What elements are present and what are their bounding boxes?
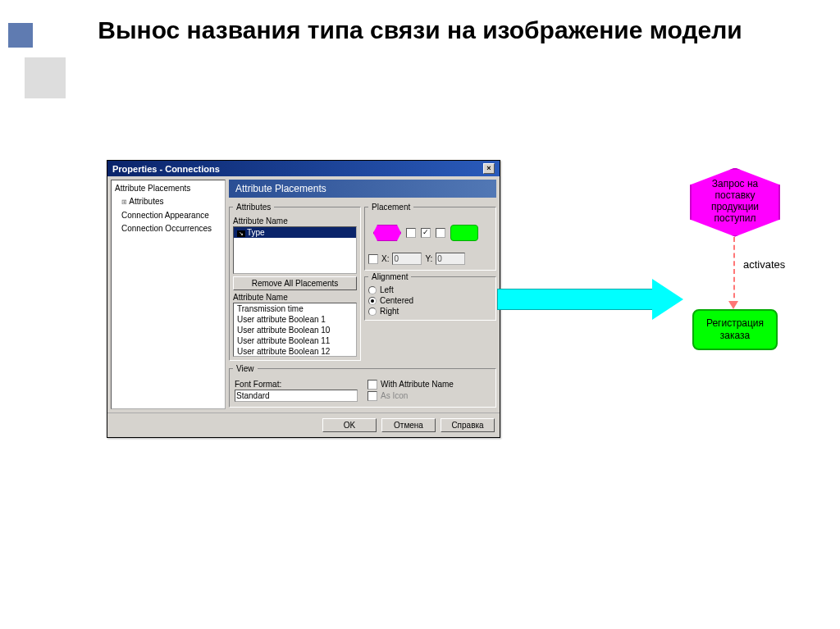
list-item[interactable]: Transmission time: [234, 303, 356, 314]
hexagon-icon[interactable]: [373, 225, 401, 241]
selected-attr-list[interactable]: ↘Type: [233, 226, 357, 274]
x-label: X:: [381, 254, 389, 263]
slide-deco-square-blue: [8, 23, 33, 48]
font-label: Font Format:: [235, 380, 358, 389]
y-input[interactable]: [436, 253, 465, 265]
view-group: View Font Format: Standard With Attribut…: [229, 364, 496, 408]
list-item: ↘Type: [234, 227, 356, 238]
placement-group: Placement X:: [364, 203, 496, 271]
tree-item-attributes[interactable]: Attributes: [113, 195, 223, 209]
placement-checkbox-2[interactable]: [421, 228, 431, 238]
list-item[interactable]: User attribute Boolean 1: [234, 314, 356, 325]
y-label: Y:: [425, 254, 432, 263]
list-item[interactable]: User attribute Boolean 11: [234, 335, 356, 346]
placement-checkbox-3[interactable]: [436, 228, 445, 238]
close-icon[interactable]: ×: [483, 163, 495, 174]
tree-item-placements[interactable]: Attribute Placements: [113, 182, 223, 195]
x-input[interactable]: [392, 253, 422, 265]
coord-checkbox[interactable]: [368, 254, 378, 264]
font-combo[interactable]: Standard: [235, 390, 358, 402]
remove-placements-button[interactable]: Remove All Placements: [233, 276, 357, 290]
panel-title: Attribute Placements: [229, 180, 496, 198]
attr-name-label: Attribute Name: [233, 217, 357, 226]
slide-deco-square-gray: [25, 57, 66, 98]
tree-item-occurrences[interactable]: Connection Occurrences: [113, 222, 223, 235]
help-button[interactable]: Справка: [441, 418, 495, 432]
list-item[interactable]: User attribute Boolean 12: [234, 346, 356, 357]
properties-dialog: Properties - Connections × Attribute Pla…: [107, 160, 500, 438]
available-attr-list[interactable]: Transmission time User attribute Boolean…: [233, 303, 357, 357]
attr-name-label2: Attribute Name: [233, 293, 357, 302]
align-center-radio[interactable]: [368, 297, 377, 305]
function-box: Регистрация заказа: [692, 309, 778, 350]
list-item[interactable]: User attribute Boolean 10: [234, 325, 356, 335]
tree-item-appearance[interactable]: Connection Appearance: [113, 209, 223, 222]
connection-label: activates: [743, 258, 785, 271]
model-diagram: Запрос на поставку продукции поступил ac…: [686, 168, 784, 381]
slide-title: Вынос названия типа связи на изображение…: [0, 0, 840, 52]
view-legend: View: [233, 364, 258, 373]
align-left-radio[interactable]: [368, 286, 377, 294]
attributes-legend: Attributes: [233, 203, 274, 212]
dialog-titlebar[interactable]: Properties - Connections ×: [107, 161, 500, 176]
ok-button[interactable]: OK: [322, 418, 377, 432]
alignment-legend: Alignment: [368, 272, 411, 281]
nav-tree[interactable]: Attribute Placements Attributes Connecti…: [111, 180, 226, 409]
placement-legend: Placement: [368, 203, 413, 212]
cancel-button[interactable]: Отмена: [381, 418, 436, 432]
align-right-radio[interactable]: [368, 308, 377, 316]
big-arrow: [497, 279, 686, 320]
roundrect-icon[interactable]: [450, 225, 478, 241]
dialog-title: Properties - Connections: [112, 164, 220, 174]
connection-line: [733, 237, 735, 306]
with-attr-checkbox[interactable]: [368, 380, 377, 390]
alignment-group: Alignment Left Centered Right: [364, 272, 496, 321]
arrowhead-icon: [728, 301, 738, 309]
arrow-icon: ↘: [237, 230, 245, 237]
placement-checkbox-1[interactable]: [406, 228, 416, 238]
event-hexagon: Запрос на поставку продукции поступил: [690, 168, 780, 237]
attributes-group: Attributes Attribute Name ↘Type Remove A…: [229, 203, 361, 361]
as-icon-checkbox: [368, 391, 377, 401]
